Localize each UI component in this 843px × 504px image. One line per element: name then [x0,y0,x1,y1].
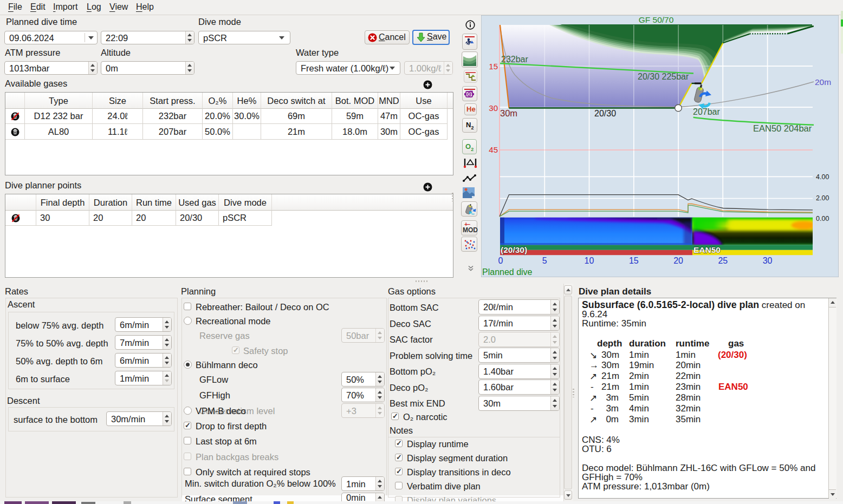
svg-text:45: 45 [489,145,498,154]
svg-text:20/30: 20/30 [594,109,616,118]
svg-text:4.00: 4.00 [816,173,829,181]
svg-text:30: 30 [489,103,498,113]
svg-text:30: 30 [763,256,773,265]
svg-text:20: 20 [673,256,683,265]
svg-text:25: 25 [718,256,728,265]
svg-text:(20/30): (20/30) [501,245,527,254]
svg-text:15: 15 [489,62,498,71]
svg-text:2.00: 2.00 [816,194,829,202]
svg-text:GF 50/70: GF 50/70 [639,15,674,24]
svg-text:10: 10 [585,256,594,265]
svg-text:232bar: 232bar [501,55,528,64]
svg-text:20m: 20m [815,77,831,87]
svg-text:EAN50 204bar: EAN50 204bar [753,123,812,133]
svg-text:0.00: 0.00 [816,215,829,222]
svg-text:0: 0 [498,256,503,265]
svg-text:5: 5 [542,256,547,265]
svg-text:30m: 30m [500,108,517,118]
svg-text:Planned dive: Planned dive [482,267,533,277]
svg-text:207bar: 207bar [693,107,720,116]
svg-text:15: 15 [629,256,639,265]
svg-text:EAN50: EAN50 [693,245,721,254]
svg-text:20/30 225bar: 20/30 225bar [638,72,689,81]
